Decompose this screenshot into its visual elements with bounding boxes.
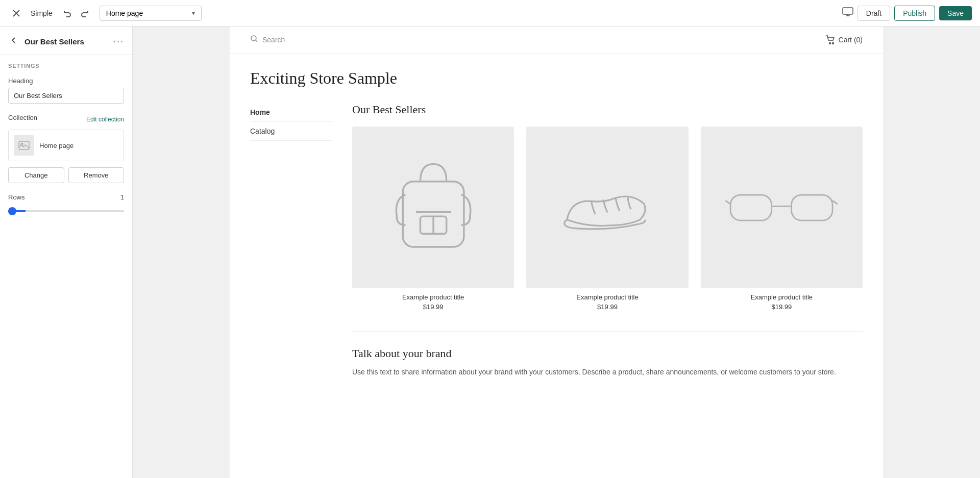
nav-item-home[interactable]: Home [250, 103, 332, 122]
cart-icon-area[interactable]: Cart (0) [825, 35, 863, 44]
product-price-3: $19.99 [701, 303, 863, 311]
heading-input[interactable] [8, 88, 124, 104]
app-name: Simple [31, 9, 53, 17]
desktop-icon[interactable] [842, 7, 853, 19]
store-content: Exciting Store Sample Home Catalog Our B… [230, 54, 883, 393]
brand-title: Talk about your brand [352, 347, 863, 360]
brand-section: Talk about your brand Use this text to s… [352, 331, 863, 378]
product-title-2: Example product title [526, 293, 688, 301]
svg-line-18 [726, 200, 731, 204]
sidebar-content: SETTINGS Heading Collection Edit collect… [0, 55, 132, 478]
save-button[interactable]: Save [939, 6, 972, 20]
svg-point-7 [251, 36, 256, 41]
svg-line-19 [832, 200, 838, 204]
right-actions: Draft Publish Save [842, 6, 972, 21]
store-title: Exciting Store Sample [250, 69, 863, 88]
back-button[interactable] [8, 35, 19, 48]
svg-rect-15 [730, 195, 772, 220]
rows-value: 1 [120, 193, 124, 201]
products-grid: Example product title $19.99 [352, 127, 863, 311]
product-image-1 [352, 127, 514, 288]
collection-name: Home page [39, 142, 74, 149]
store-header: Search Cart (0) [230, 27, 883, 54]
search-placeholder: Search [262, 36, 285, 44]
settings-label: SETTINGS [8, 63, 124, 69]
nav-item-catalog[interactable]: Catalog [250, 122, 332, 141]
close-button[interactable] [8, 5, 24, 21]
svg-rect-16 [792, 195, 833, 220]
page-selector-label: Home page [106, 9, 143, 17]
change-collection-button[interactable]: Change [8, 167, 64, 183]
sidebar: Our Best Sellers ··· SETTINGS Heading Co… [0, 27, 133, 478]
svg-rect-11 [403, 181, 464, 246]
product-title-1: Example product title [352, 293, 514, 301]
svg-rect-2 [843, 8, 853, 14]
product-image-3 [701, 127, 863, 288]
product-card: Example product title $19.99 [352, 127, 514, 311]
draft-button[interactable]: Draft [857, 6, 890, 21]
rows-slider[interactable] [8, 210, 124, 212]
brand-text: Use this text to share information about… [352, 366, 863, 378]
store-frame: Search Cart (0) Exciting Store Sample [230, 27, 883, 478]
svg-line-8 [256, 40, 257, 42]
sidebar-header: Our Best Sellers ··· [0, 27, 132, 55]
product-card: Example product title $19.99 [526, 127, 688, 311]
search-box[interactable]: Search [250, 35, 285, 45]
topbar: Simple Home page ▾ Draft Publish Save [0, 0, 980, 27]
preview-area: Search Cart (0) Exciting Store Sample [133, 27, 980, 478]
svg-point-10 [832, 43, 834, 44]
heading-label: Heading [8, 77, 124, 85]
more-button[interactable]: ··· [113, 36, 124, 47]
remove-collection-button[interactable]: Remove [68, 167, 125, 183]
product-price-2: $19.99 [526, 303, 688, 311]
store-nav: Home Catalog [250, 103, 332, 378]
undo-redo-group [59, 5, 93, 21]
collection-actions: Change Remove [8, 167, 124, 183]
product-card: Example product title $19.99 [701, 127, 863, 311]
collection-thumbnail [14, 135, 34, 156]
chevron-down-icon: ▾ [192, 10, 195, 17]
products-section: Our Best Sellers [352, 103, 863, 378]
rows-slider-container [8, 205, 124, 214]
store-layout: Home Catalog Our Best Sellers [250, 103, 863, 378]
svg-point-9 [829, 43, 830, 44]
product-image-2 [526, 127, 688, 288]
main-layout: Our Best Sellers ··· SETTINGS Heading Co… [0, 27, 980, 478]
search-icon [250, 35, 258, 45]
undo-button[interactable] [59, 5, 75, 21]
rows-label: Rows [8, 193, 25, 201]
page-selector[interactable]: Home page ▾ [100, 6, 202, 21]
rows-row: Rows 1 [8, 193, 124, 201]
redo-button[interactable] [77, 5, 93, 21]
product-price-1: $19.99 [352, 303, 514, 311]
sidebar-title: Our Best Sellers [24, 37, 108, 46]
publish-button[interactable]: Publish [894, 6, 935, 21]
collection-label: Collection [8, 114, 37, 121]
cart-label: Cart (0) [839, 36, 863, 44]
collection-card: Home page [8, 130, 124, 161]
edit-collection-link[interactable]: Edit collection [86, 116, 124, 123]
collection-row: Collection Edit collection [8, 114, 124, 124]
section-heading: Our Best Sellers [352, 103, 863, 116]
product-title-3: Example product title [701, 293, 863, 301]
